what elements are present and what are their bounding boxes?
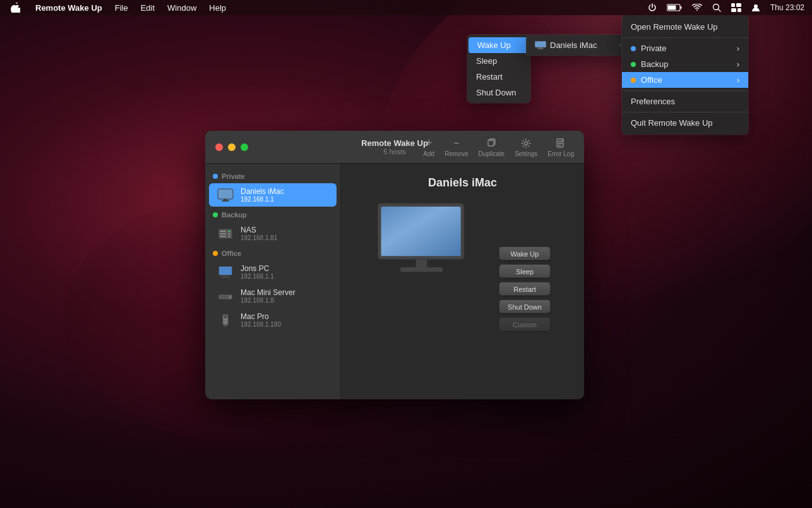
app-menu-dropdown: Open Remote Wake Up Private › Backup › O… (622, 15, 748, 135)
svg-line-4 (718, 9, 720, 12)
wakeup-menu-restart[interactable]: Restart (467, 69, 530, 85)
duplicate-button[interactable]: Duplicate (478, 138, 505, 157)
error-log-button[interactable]: Error Log (547, 138, 574, 157)
power-icon[interactable] (645, 3, 659, 12)
app-name-menu-item[interactable]: Remote Wake Up (30, 0, 107, 15)
clock: Thu 23:02 (768, 3, 807, 12)
svg-rect-15 (224, 199, 227, 200)
svg-rect-36 (224, 325, 227, 327)
traffic-lights (215, 143, 248, 151)
group-office-header: Office (205, 246, 340, 260)
svg-rect-41 (400, 267, 443, 272)
maximize-button[interactable] (241, 143, 248, 151)
svg-rect-16 (222, 200, 229, 202)
svg-rect-38 (381, 207, 461, 256)
window-toolbar: + Add − Remove Duplicate (423, 131, 574, 164)
host-info-nas: NAS 192.168.1.81 (241, 226, 277, 241)
svg-rect-5 (731, 3, 735, 7)
private-menu-dot (631, 46, 636, 51)
add-icon: + (423, 138, 434, 149)
sidebar-item-jons-pc[interactable]: Jons PC 192.168.1.1 (209, 260, 337, 284)
svg-rect-26 (222, 275, 229, 277)
svg-rect-10 (488, 140, 494, 146)
menu-separator-2 (622, 90, 748, 91)
window-subtitle: 5 hosts (361, 148, 428, 155)
remove-button[interactable]: − Remove (445, 138, 468, 157)
group-private-header: Private (205, 169, 340, 183)
window-titlebar: Remote Wake Up 5 hosts + Add − Remove Du… (205, 131, 584, 164)
minimize-button[interactable] (228, 143, 236, 151)
close-button[interactable] (215, 143, 223, 151)
svg-rect-40 (416, 260, 427, 267)
svg-rect-44 (539, 47, 542, 49)
detail-device-name: Daniels iMac (428, 176, 497, 190)
menu-quit[interactable]: Quit Remote Wake Up (622, 115, 748, 131)
edit-menu-item[interactable]: Edit (136, 0, 160, 15)
wakeup-context-menu: Wake Up Sleep Restart Shut Down (467, 35, 530, 103)
private-arrow: › (737, 44, 739, 53)
svg-rect-33 (224, 319, 227, 320)
user-icon[interactable] (749, 3, 763, 12)
settings-icon (520, 138, 532, 149)
private-dot (213, 174, 218, 179)
svg-point-23 (229, 235, 230, 237)
menu-backup[interactable]: Backup › (622, 56, 748, 72)
svg-point-11 (525, 142, 528, 145)
svg-point-22 (229, 233, 230, 234)
window-content: Private Daniels iMac 192.168.1.1 (205, 164, 584, 399)
custom-button[interactable]: Custom (499, 317, 551, 331)
host-info-jons-pc: Jons PC 192.168.1.1 (241, 264, 274, 280)
backup-menu-dot (631, 62, 636, 67)
svg-rect-14 (218, 190, 232, 198)
sidebar-item-daniels-imac[interactable]: Daniels iMac 192.168.1.1 (209, 183, 337, 207)
shut-down-button[interactable]: Shut Down (499, 299, 551, 313)
restart-button[interactable]: Restart (499, 282, 551, 296)
control-center-icon[interactable] (729, 3, 744, 12)
add-button[interactable]: + Add (423, 138, 434, 157)
sleep-button[interactable]: Sleep (499, 264, 551, 278)
office-dot (213, 251, 218, 256)
file-menu-item[interactable]: File (110, 0, 133, 15)
daniels-submenu-item[interactable]: Daniels iMac › (526, 37, 630, 53)
sidebar-item-mac-mini[interactable]: Mac Mini Server 192.168.1.8. (209, 284, 337, 308)
svg-rect-29 (220, 295, 229, 298)
svg-rect-18 (220, 231, 226, 232)
menu-separator-1 (622, 37, 748, 38)
menu-open-remote[interactable]: Open Remote Wake Up (622, 19, 748, 35)
nas-icon (217, 227, 234, 241)
svg-rect-25 (219, 267, 232, 275)
window-menu-item[interactable]: Window (162, 0, 201, 15)
host-info-daniels-imac: Daniels iMac 192.168.1.1 (241, 187, 284, 203)
svg-rect-1 (680, 6, 681, 9)
search-icon[interactable] (710, 3, 724, 12)
wakeup-menu-shut-down[interactable]: Shut Down (467, 85, 530, 100)
host-info-mac-mini: Mac Mini Server 192.168.1.8. (241, 288, 296, 304)
imac-illustration:  (373, 202, 470, 278)
apple-menu-item[interactable] (5, 0, 28, 15)
wifi-icon[interactable] (690, 4, 705, 11)
svg-rect-27 (221, 277, 230, 278)
menu-preferences[interactable]: Preferences (622, 94, 748, 109)
group-backup-header: Backup (205, 207, 340, 221)
imac-icon (217, 188, 234, 202)
svg-point-32 (224, 315, 227, 318)
svg-rect-19 (220, 233, 226, 234)
svg-point-21 (229, 230, 230, 232)
menu-office[interactable]: Office › (622, 72, 748, 88)
help-menu-item[interactable]: Help (204, 0, 231, 15)
detail-area: Daniels iMac (341, 164, 584, 399)
svg-point-30 (230, 296, 231, 298)
settings-button[interactable]: Settings (515, 138, 537, 157)
action-buttons: Wake Up Sleep Restart Shut Down Custom (499, 246, 552, 331)
sidebar: Private Daniels iMac 192.168.1.1 (205, 164, 341, 399)
sidebar-item-mac-pro[interactable]: Mac Pro 192.168.1.180 (209, 308, 337, 332)
remove-icon: − (451, 138, 462, 149)
sidebar-item-nas[interactable]: NAS 192.168.1.81 (209, 222, 337, 245)
menu-private[interactable]: Private › (622, 40, 748, 56)
wake-up-button[interactable]: Wake Up (499, 246, 551, 260)
device-section:  Wake Up Sleep Restart Shut Down Custom (373, 202, 552, 331)
wakeup-menu-sleep[interactable]: Sleep (467, 53, 530, 69)
wakeup-menu-wake-up[interactable]: Wake Up (469, 37, 529, 53)
submenu-arrow: › (619, 42, 621, 49)
svg-rect-20 (220, 236, 226, 237)
